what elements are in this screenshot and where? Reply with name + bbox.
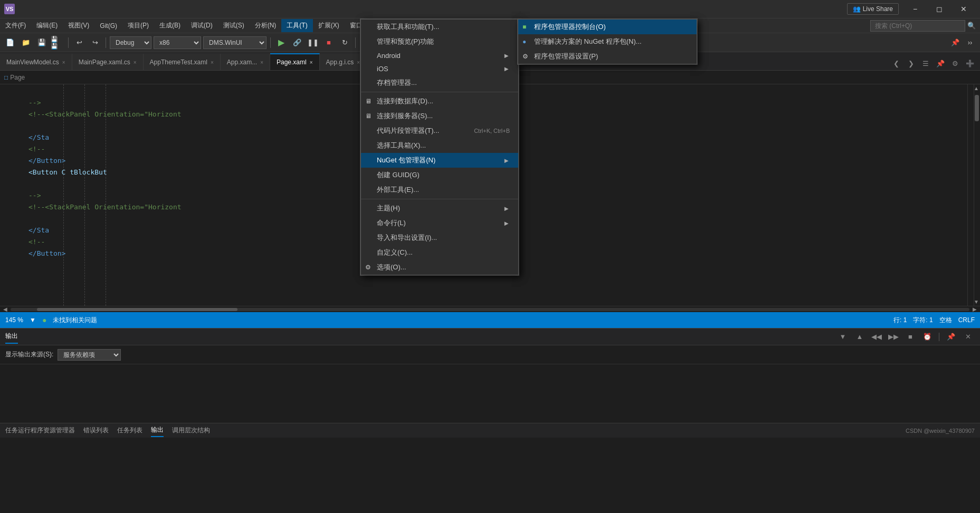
output-btn-6[interactable]: ⏰ xyxy=(920,330,934,344)
toolbar-redo-btn[interactable]: ↪ xyxy=(88,36,102,50)
bottom-nav-错误列表[interactable]: 错误列表 xyxy=(83,424,109,437)
toolbar-undo-btn[interactable]: ↩ xyxy=(72,36,86,50)
output-pin-btn[interactable]: 📌 xyxy=(944,330,958,344)
toolbar-save-all-btn[interactable]: 💾💾 xyxy=(51,36,64,50)
tab-page.xaml[interactable]: Page.xaml× xyxy=(270,53,320,70)
commandline-arrow: ► xyxy=(503,219,510,227)
restore-button[interactable]: ◻ xyxy=(927,0,952,18)
tab-close[interactable]: × xyxy=(134,60,137,65)
output-close-btn[interactable]: ✕ xyxy=(961,330,975,344)
scroll-right-arrow[interactable]: ▶ xyxy=(969,306,980,312)
nuget-console[interactable]: ■ 程序包管理器控制台(O) xyxy=(518,20,697,34)
menu-item-file[interactable]: 文件(F) xyxy=(0,19,31,32)
vertical-scrollbar[interactable]: ▲ ▼ xyxy=(974,84,980,306)
toolbar-stop-btn[interactable]: ■ xyxy=(322,36,336,50)
menu-item-build[interactable]: 生成(B) xyxy=(154,19,186,32)
output-btn-4[interactable]: ▶▶ xyxy=(887,330,900,344)
menu-item-analyze[interactable]: 分析(N) xyxy=(250,19,282,32)
toolbar-run-btn[interactable]: ▶ xyxy=(274,36,288,50)
menu-connect-server[interactable]: 🖥 连接到服务器(S)... xyxy=(361,109,518,123)
menu-item-extensions[interactable]: 扩展(X) xyxy=(313,19,345,32)
bottom-nav-输出[interactable]: 输出 xyxy=(151,424,164,437)
pin-btn[interactable]: 📌 xyxy=(948,36,962,50)
output-btn-1[interactable]: ▼ xyxy=(836,330,850,344)
tab-appthemetest.xaml[interactable]: AppThemeTest.xaml× xyxy=(144,53,221,70)
menu-item-test[interactable]: 测试(S) xyxy=(218,19,250,32)
bottom-right-text: CSDN @weixin_43780907 xyxy=(906,428,975,434)
tab-app.xam...[interactable]: App.xam...× xyxy=(221,53,270,70)
scrollbar-thumb[interactable] xyxy=(975,95,979,121)
choose-toolbox-label: 选择工具箱(X)... xyxy=(377,141,426,150)
toolbar-restart-btn[interactable]: ↻ xyxy=(338,36,351,50)
menu-item-tools[interactable]: 工具(T) xyxy=(281,19,312,32)
scroll-left-arrow[interactable]: ◀ xyxy=(0,306,11,312)
tab-mainpage.xaml.cs[interactable]: MainPage.xaml.cs× xyxy=(72,53,144,70)
output-btn-2[interactable]: ▲ xyxy=(853,330,867,344)
nuget-manage[interactable]: ● 管理解决方案的 NuGet 程序包(N)... xyxy=(518,34,697,49)
toolbar-open-btn[interactable]: 📁 xyxy=(19,36,33,50)
tab-scroll-left[interactable]: ❮ xyxy=(889,56,903,70)
menu-android[interactable]: Android ► xyxy=(361,49,518,62)
tab-scroll-right[interactable]: ❯ xyxy=(904,56,918,70)
bottom-nav-调用层次结构[interactable]: 调用层次结构 xyxy=(172,424,210,437)
tab-close[interactable]: × xyxy=(62,60,65,65)
menu-create-guid[interactable]: 创建 GUID(G) xyxy=(361,168,518,182)
tab-close[interactable]: × xyxy=(211,60,214,65)
code-snippets-shortcut: Ctrl+K, Ctrl+B xyxy=(463,128,510,134)
menu-choose-toolbox[interactable]: 选择工具箱(X)... xyxy=(361,138,518,153)
menu-item-project[interactable]: 项目(P) xyxy=(122,19,154,32)
menu-options[interactable]: ⚙ 选项(O)... xyxy=(361,260,518,275)
h-scrollbar-track[interactable] xyxy=(11,308,969,311)
bottom-nav-任务运行程序资源管理器[interactable]: 任务运行程序资源管理器 xyxy=(5,424,75,437)
menu-item-git[interactable]: Git(G) xyxy=(94,20,122,32)
menu-commandline[interactable]: 命令行(L) ► xyxy=(361,216,518,230)
h-scrollbar-thumb[interactable] xyxy=(37,308,237,311)
scroll-arrow-down[interactable]: ▼ xyxy=(974,299,979,305)
toolbar-new-btn[interactable]: 📄 xyxy=(3,36,17,50)
live-share-button[interactable]: 👥 Live Share xyxy=(847,3,899,15)
debug-config-select[interactable]: Debug Release xyxy=(110,36,151,49)
new-vertical-tab[interactable]: ➕ xyxy=(963,56,977,70)
menu-nuget[interactable]: NuGet 包管理器(N) ► xyxy=(361,153,518,168)
tab-pin-btn[interactable]: 📌 xyxy=(934,56,947,70)
bottom-nav-items: 任务运行程序资源管理器错误列表任务列表输出调用层次结构 xyxy=(5,424,210,437)
scroll-arrow-up[interactable]: ▲ xyxy=(974,85,979,91)
menu-get-tools[interactable]: 获取工具和功能(T)... xyxy=(361,20,518,34)
menu-item-view[interactable]: 视图(V) xyxy=(63,19,94,32)
menu-item-edit[interactable]: 编辑(E) xyxy=(31,19,63,32)
menu-connect-db[interactable]: 🖥 连接到数据库(D)... xyxy=(361,94,518,109)
output-btn-5[interactable]: ■ xyxy=(903,330,917,344)
menu-code-snippets[interactable]: 代码片段管理器(T)... Ctrl+K, Ctrl+B xyxy=(361,123,518,138)
zoom-dropdown-icon[interactable]: ▼ xyxy=(30,316,36,324)
menu-customize[interactable]: 自定义(C)... xyxy=(361,245,518,260)
menu-archive[interactable]: 存档管理器... xyxy=(361,75,518,90)
search-input[interactable] xyxy=(870,20,965,32)
menu-import-export[interactable]: 导入和导出设置(I)... xyxy=(361,230,518,245)
breadcrumb-label: Page xyxy=(10,74,25,81)
project-select[interactable]: DMS.WinUI xyxy=(203,36,267,49)
menu-ios[interactable]: iOS ► xyxy=(361,62,518,75)
menu-manage-preview[interactable]: 管理和预览(P)功能 xyxy=(361,34,518,49)
toolbar-attach-btn[interactable]: 🔗 xyxy=(290,36,304,50)
tab-close[interactable]: × xyxy=(310,60,313,65)
toolbar-more-btn[interactable]: ›› xyxy=(963,36,977,50)
tab-list-btn[interactable]: ☰ xyxy=(919,56,933,70)
toolbar-pause-btn[interactable]: ❚❚ xyxy=(306,36,320,50)
toolbar-save-btn[interactable]: 💾 xyxy=(35,36,49,50)
platform-select[interactable]: x86 x64 ARM xyxy=(154,36,201,49)
bottom-nav-任务列表[interactable]: 任务列表 xyxy=(117,424,142,437)
tab-close[interactable]: × xyxy=(260,60,263,65)
live-share-label: Live Share xyxy=(863,5,893,13)
output-source-select[interactable]: 服务依赖项 生成 调试 xyxy=(58,349,121,361)
menu-theme[interactable]: 主题(H) ► xyxy=(361,201,518,216)
tab-mainviewmodel.cs[interactable]: MainViewModel.cs× xyxy=(0,53,72,70)
menu-external-tools[interactable]: 外部工具(E)... xyxy=(361,182,518,197)
output-tab[interactable]: 输出 xyxy=(5,330,18,344)
minimize-button[interactable]: − xyxy=(903,0,927,18)
menu-item-debug[interactable]: 调试(D) xyxy=(186,19,218,32)
import-export-label: 导入和导出设置(I)... xyxy=(377,233,437,243)
close-button[interactable]: ✕ xyxy=(952,0,976,18)
tab-settings-btn[interactable]: ⚙ xyxy=(948,56,962,70)
output-btn-3[interactable]: ◀◀ xyxy=(870,330,883,344)
nuget-settings[interactable]: ⚙ 程序包管理器设置(P) xyxy=(518,49,697,64)
